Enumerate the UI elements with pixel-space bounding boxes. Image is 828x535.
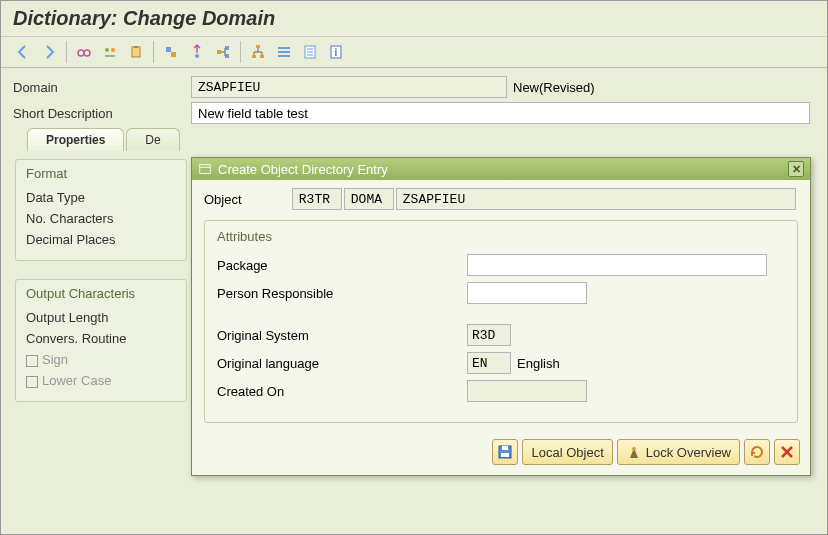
attributes-title: Attributes: [217, 229, 785, 244]
diskette-icon: [497, 444, 513, 460]
lock-icon: [626, 444, 642, 460]
svg-rect-7: [171, 52, 176, 57]
person-responsible-label: Person Responsible: [217, 286, 467, 301]
activate-icon[interactable]: [185, 41, 209, 63]
back-icon[interactable]: [11, 41, 35, 63]
dialog-icon: [198, 162, 212, 176]
hierarchy-icon[interactable]: [246, 41, 270, 63]
original-language-label: Original language: [217, 356, 467, 371]
clipboard-icon[interactable]: [124, 41, 148, 63]
attributes-group: Attributes Package Person Responsible Or…: [204, 220, 798, 423]
object-pgmid-field[interactable]: [292, 188, 342, 210]
refresh-button[interactable]: [744, 439, 770, 465]
glasses-icon[interactable]: [72, 41, 96, 63]
package-input[interactable]: [467, 254, 767, 276]
object-type-field[interactable]: [344, 188, 394, 210]
field-no-characters: No. Characters: [26, 208, 176, 229]
cancel-icon: [779, 444, 795, 460]
svg-rect-12: [256, 45, 260, 48]
field-convers-routine: Convers. Routine: [26, 328, 176, 349]
check-icon[interactable]: [159, 41, 183, 63]
tab-properties[interactable]: Properties: [27, 128, 124, 151]
where-used-icon[interactable]: [211, 41, 235, 63]
checkbox-lower-case: Lower Case: [26, 370, 176, 391]
created-on-field: [467, 380, 587, 402]
header-form: Domain New(Revised) Short Description: [1, 68, 827, 124]
dialog-footer: Local Object Lock Overview: [192, 439, 810, 475]
svg-rect-17: [278, 55, 290, 57]
field-decimal-places: Decimal Places: [26, 229, 176, 250]
output-group-title: Output Characteris: [26, 286, 176, 301]
object-name-field[interactable]: [396, 188, 796, 210]
original-language-field: [467, 352, 511, 374]
domain-input[interactable]: [191, 76, 507, 98]
svg-rect-4: [132, 47, 140, 57]
svg-rect-15: [278, 47, 290, 49]
object-label: Object: [204, 192, 292, 207]
svg-rect-5: [134, 46, 138, 48]
svg-rect-16: [278, 51, 290, 53]
lock-overview-button[interactable]: Lock Overview: [617, 439, 740, 465]
svg-point-25: [632, 447, 636, 451]
dialog-titlebar: Create Object Directory Entry ✕: [192, 158, 810, 180]
svg-rect-23: [502, 446, 508, 450]
cancel-button[interactable]: [774, 439, 800, 465]
original-system-field: [467, 324, 511, 346]
original-system-label: Original System: [217, 328, 467, 343]
page-title: Dictionary: Change Domain: [1, 1, 827, 37]
refresh-icon: [749, 444, 765, 460]
svg-rect-9: [217, 50, 221, 54]
status-text: New(Revised): [513, 80, 595, 95]
svg-rect-11: [225, 54, 229, 58]
svg-rect-24: [501, 453, 509, 457]
field-data-type: Data Type: [26, 187, 176, 208]
svg-point-2: [105, 48, 109, 52]
forward-icon[interactable]: [37, 41, 61, 63]
dialog-title-text: Create Object Directory Entry: [218, 162, 388, 177]
field-output-length: Output Length: [26, 307, 176, 328]
dialog-close-button[interactable]: ✕: [788, 161, 804, 177]
info-icon[interactable]: i: [324, 41, 348, 63]
person-responsible-input[interactable]: [467, 282, 587, 304]
app-toolbar: i: [1, 37, 827, 68]
create-object-directory-dialog: Create Object Directory Entry ✕ Object A…: [191, 157, 811, 476]
svg-point-3: [111, 48, 115, 52]
svg-point-8: [195, 54, 199, 58]
package-label: Package: [217, 258, 467, 273]
svg-rect-6: [166, 47, 171, 52]
checkbox-sign: Sign: [26, 349, 176, 370]
tab-definition[interactable]: De: [126, 128, 179, 151]
created-on-label: Created On: [217, 384, 467, 399]
local-object-button[interactable]: Local Object: [522, 439, 612, 465]
svg-point-0: [78, 50, 84, 56]
layout-icon[interactable]: [272, 41, 296, 63]
save-button[interactable]: [492, 439, 518, 465]
svg-rect-14: [260, 55, 264, 58]
short-description-input[interactable]: [191, 102, 810, 124]
original-language-text: English: [517, 356, 560, 371]
document-icon[interactable]: [298, 41, 322, 63]
svg-rect-13: [252, 55, 256, 58]
short-description-label: Short Description: [13, 106, 191, 121]
activate-other-icon[interactable]: [98, 41, 122, 63]
output-group: Output Characteris Output Length Convers…: [15, 279, 187, 402]
domain-label: Domain: [13, 80, 191, 95]
format-group: Format Data Type No. Characters Decimal …: [15, 159, 187, 261]
tabstrip: Properties De: [1, 128, 827, 151]
svg-rect-10: [225, 46, 229, 50]
svg-point-1: [84, 50, 90, 56]
svg-rect-21: [200, 165, 211, 174]
svg-text:i: i: [335, 47, 338, 58]
format-group-title: Format: [26, 166, 176, 181]
